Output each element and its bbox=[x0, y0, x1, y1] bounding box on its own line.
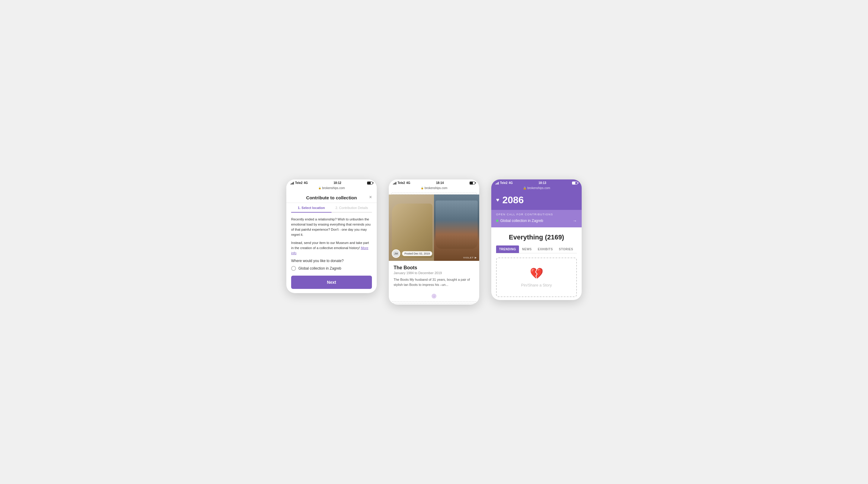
bottom-bar-2: ↓ bbox=[389, 292, 479, 302]
dashed-bottom bbox=[391, 302, 477, 303]
radio-zagreb[interactable]: Global collection in Zagreb bbox=[291, 266, 372, 271]
carrier-3: Tele2 bbox=[500, 181, 507, 185]
radio-label: Global collection in Zagreb bbox=[299, 266, 341, 271]
status-right-1 bbox=[367, 182, 373, 185]
content-tabs: Trending News Exhibits Stories bbox=[496, 245, 577, 253]
status-left-2: Tele2 4G bbox=[393, 181, 410, 185]
url-bar-1: 🔒 brokenships.com bbox=[286, 186, 377, 191]
status-bar-1: Tele2 4G 18:12 bbox=[286, 179, 377, 186]
everything-section: Everything (2169) Trending News Exhibits… bbox=[491, 228, 582, 300]
url-text-2: brokenships.com bbox=[425, 186, 447, 190]
posted-badge: JM Posted Dec 02, 2019 bbox=[392, 249, 432, 258]
story-title: The Boots bbox=[394, 265, 474, 271]
step-tabs: 1. Select location 2. Contribution Detai… bbox=[286, 206, 377, 213]
time-3: 18:13 bbox=[538, 181, 547, 185]
radio-circle[interactable] bbox=[291, 266, 296, 271]
tab-select-location[interactable]: 1. Select location bbox=[291, 206, 332, 213]
phone-everything: Tele2 4G 18:13 🔒 brokenships.com ♥ 2086 … bbox=[491, 179, 582, 300]
time-1: 18:12 bbox=[334, 181, 341, 185]
status-left-1: Tele2 4G bbox=[290, 181, 308, 185]
open-call-section: Open call for contributions Global colle… bbox=[491, 210, 582, 228]
network-1: 4G bbox=[304, 181, 308, 185]
status-bar-2: Tele2 4G 18:14 bbox=[389, 179, 479, 186]
story-text: The Boots My husband of 31 years, bought… bbox=[394, 277, 474, 287]
status-right-2 bbox=[470, 182, 475, 185]
watermark: VIOLET ▶ bbox=[463, 256, 477, 259]
purple-header: ♥ 2086 bbox=[491, 191, 582, 210]
battery-icon-3 bbox=[572, 182, 578, 185]
signal-icon-3 bbox=[495, 182, 499, 185]
avatar: JM bbox=[392, 249, 400, 258]
arrow-right-icon: → bbox=[572, 218, 577, 223]
scene: Tele2 4G 18:12 🔒 brokenships.com Contrib… bbox=[274, 168, 594, 316]
signal-icon-2 bbox=[393, 182, 396, 185]
status-bar-3: Tele2 4G 18:13 bbox=[491, 179, 582, 186]
lock-icon-2: 🔒 bbox=[421, 187, 424, 189]
status-left-3: Tele2 4G bbox=[495, 181, 513, 185]
where-label: Where would you like to donate? bbox=[291, 259, 372, 263]
story-date: January 1984 to December 2019 bbox=[394, 271, 474, 275]
boot-shape-right bbox=[435, 201, 478, 249]
collection-link-text: Global collection in Zagreb bbox=[500, 219, 543, 223]
tab-contribution-details[interactable]: 2. Contribution Details bbox=[332, 206, 372, 213]
tab-trending[interactable]: Trending bbox=[496, 245, 519, 253]
lock-icon-3: 🔒 bbox=[523, 186, 527, 190]
carrier-2: Tele2 bbox=[398, 181, 405, 185]
time-2: 18:14 bbox=[436, 181, 444, 185]
url-bar-2: 🔒 brokenships.com bbox=[389, 186, 479, 191]
pin-share-area[interactable]: 💔 Pin/Share a Story bbox=[496, 258, 577, 297]
status-right-3 bbox=[572, 182, 578, 185]
tab-news[interactable]: News bbox=[519, 245, 535, 253]
url-text-3: brokenships.com bbox=[527, 186, 550, 190]
close-button[interactable]: × bbox=[369, 194, 372, 200]
boots-image-area: VIOLET ▶ JM Posted Dec 02, 2019 bbox=[389, 194, 479, 261]
url-text-1: brokenships.com bbox=[322, 186, 345, 190]
contribute-title: Contribute to collection bbox=[306, 195, 357, 200]
lock-icon-1: 🔒 bbox=[318, 187, 321, 189]
boots-right: VIOLET ▶ bbox=[434, 194, 479, 261]
carrier-1: Tele2 bbox=[295, 181, 303, 185]
scroll-indicator: ↓ bbox=[432, 294, 436, 299]
everything-title: Everything (2169) bbox=[496, 234, 577, 241]
url-bar-3: 🔒 brokenships.com bbox=[491, 186, 582, 191]
network-3: 4G bbox=[509, 181, 513, 185]
posted-date: Posted Dec 02, 2019 bbox=[402, 251, 432, 256]
collection-link[interactable]: Global collection in Zagreb → bbox=[496, 218, 577, 223]
green-dot bbox=[496, 219, 498, 222]
count-number: 2086 bbox=[502, 194, 524, 206]
contribute-header: Contribute to collection × bbox=[286, 191, 377, 203]
broken-heart-icon: 💔 bbox=[530, 267, 544, 280]
description-p2: Instead, send your item to our Museum an… bbox=[291, 240, 372, 256]
tab-stories[interactable]: Stories bbox=[556, 245, 576, 253]
tab-exhibits[interactable]: Exhibits bbox=[535, 245, 556, 253]
battery-icon-2 bbox=[470, 182, 475, 185]
open-call-label: Open call for contributions bbox=[496, 213, 577, 216]
contribute-content: Recently ended a relationship? Wish to u… bbox=[286, 213, 377, 293]
phone-story: Tele2 4G 18:14 🔒 brokenships.com bbox=[389, 179, 479, 305]
pin-share-text: Pin/Share a Story bbox=[521, 283, 552, 288]
description-p1: Recently ended a relationship? Wish to u… bbox=[291, 217, 372, 237]
story-content: The Boots January 1984 to December 2019 … bbox=[389, 261, 479, 292]
heart-icon: ♥ bbox=[496, 197, 499, 203]
battery-icon-1 bbox=[367, 182, 373, 185]
network-2: 4G bbox=[406, 181, 410, 185]
phone-contribute: Tele2 4G 18:12 🔒 brokenships.com Contrib… bbox=[286, 179, 377, 293]
next-button[interactable]: Next bbox=[291, 276, 372, 289]
signal-icon-1 bbox=[290, 182, 294, 185]
